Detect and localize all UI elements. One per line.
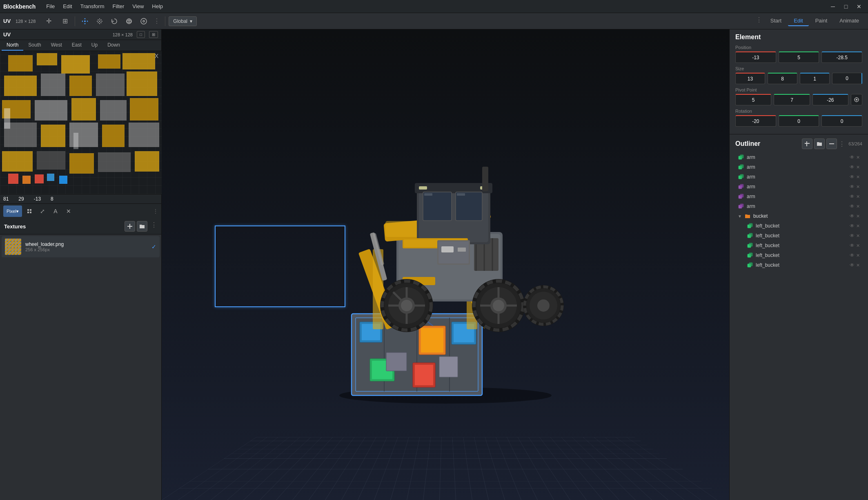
uv-tab-up[interactable]: Up [87, 40, 102, 51]
tool-fill[interactable] [24, 205, 35, 217]
global-dropdown[interactable]: Global ▾ [169, 16, 197, 26]
remove-icon[interactable]: ✕ [856, 214, 860, 219]
uv-tab-east[interactable]: East [67, 40, 87, 51]
outliner-add-cube-btn[interactable] [802, 138, 812, 149]
outliner-item-left-bucket-4[interactable]: left_bucket 👁 ✕ [735, 250, 862, 260]
visibility-icon[interactable]: 👁 [850, 164, 855, 170]
size-z[interactable]: 1 [800, 73, 830, 84]
outliner-add-group-btn[interactable] [814, 138, 825, 149]
remove-icon[interactable]: ✕ [856, 204, 860, 209]
visibility-icon[interactable]: 👁 [850, 243, 855, 248]
position-y[interactable]: 5 [779, 51, 819, 63]
pivot-focus-btn[interactable] [851, 94, 862, 105]
menu-help[interactable]: Help [148, 2, 167, 11]
add-texture-btn[interactable] [125, 221, 135, 232]
outliner-item-arm-4[interactable]: arm 👁 ✕ [735, 182, 862, 192]
menu-edit[interactable]: Edit [59, 2, 76, 11]
size-btn-2[interactable]: ⊞ [58, 15, 71, 28]
outliner-item-left-bucket-1[interactable]: left_bucket 👁 ✕ [735, 221, 862, 231]
outliner-item-bucket[interactable]: ▼ bucket 👁 ✕ [735, 211, 862, 221]
pivot-z[interactable]: -26 [812, 94, 848, 105]
outliner-dots[interactable]: ⋮ [839, 140, 845, 148]
visibility-icon[interactable]: 👁 [850, 213, 855, 219]
minimize-button[interactable]: ─ [827, 2, 839, 11]
visibility-icon[interactable]: 👁 [850, 252, 855, 258]
tool-rotate[interactable] [108, 15, 121, 28]
rotation-z[interactable]: 0 [821, 115, 862, 127]
tool-pan[interactable] [137, 15, 150, 28]
rotation-y[interactable]: 0 [779, 115, 819, 127]
visibility-icon[interactable]: 👁 [850, 194, 855, 199]
uv-tools-more[interactable]: ⋮ [153, 208, 158, 214]
outliner-item-left-bucket-2[interactable]: left_bucket 👁 ✕ [735, 231, 862, 241]
tool-orbit[interactable] [122, 15, 136, 28]
tab-edit[interactable]: Edit [788, 16, 808, 26]
tab-start[interactable]: Start [765, 16, 787, 26]
remove-icon[interactable]: ✕ [856, 243, 860, 248]
menu-transform[interactable]: Transform [76, 2, 109, 11]
uv-tab-west[interactable]: West [46, 40, 67, 51]
remove-icon[interactable]: ✕ [856, 223, 860, 229]
visibility-icon[interactable]: 👁 [850, 203, 855, 209]
tab-paint[interactable]: Paint [810, 16, 833, 26]
visibility-icon[interactable]: 👁 [850, 233, 855, 239]
texture-name: wheel_loader.png [25, 241, 147, 247]
textures-more[interactable]: ⋮ [151, 221, 157, 232]
outliner-item-left-bucket-3[interactable]: left_bucket 👁 ✕ [735, 241, 862, 250]
menu-file[interactable]: File [42, 2, 59, 11]
tool-expand[interactable]: ⤢ [37, 205, 48, 217]
maximize-button[interactable]: □ [840, 2, 852, 11]
size-y[interactable]: 8 [768, 73, 797, 84]
close-button[interactable]: ✕ [853, 2, 865, 11]
visibility-icon[interactable]: 👁 [850, 174, 855, 180]
visibility-icon[interactable]: 👁 [850, 184, 855, 190]
texture-item[interactable]: wheel_loader.png 256 x 256px ✓ [2, 236, 160, 257]
menu-view[interactable]: View [128, 2, 148, 11]
tool-translate[interactable] [93, 15, 106, 28]
visibility-icon[interactable]: 👁 [850, 223, 855, 229]
size-x[interactable]: 13 [735, 73, 765, 84]
outliner-item-left-bucket-5[interactable]: left_bucket 👁 ✕ [735, 260, 862, 270]
mode-dots[interactable]: ⋮ [754, 16, 764, 26]
add-texture-folder-btn[interactable] [137, 221, 147, 232]
remove-icon[interactable]: ✕ [856, 184, 860, 190]
toolbar-more[interactable]: ⋮ [152, 17, 162, 25]
rotation-label: Rotation [735, 109, 862, 114]
outliner-label: left_bucket [756, 262, 847, 268]
visibility-icon[interactable]: 👁 [850, 154, 855, 160]
viewport[interactable] [162, 29, 729, 500]
remove-icon[interactable]: ✕ [856, 194, 860, 199]
uv-tab-north[interactable]: North [2, 40, 23, 51]
remove-icon[interactable]: ✕ [856, 155, 860, 160]
outliner-item-arm-6[interactable]: arm 👁 ✕ [735, 201, 862, 211]
size-btn-1[interactable]: ✛ [42, 15, 55, 28]
remove-icon[interactable]: ✕ [856, 165, 860, 170]
uv-tab-down[interactable]: Down [102, 40, 125, 51]
remove-icon[interactable]: ✕ [856, 263, 860, 268]
remove-icon[interactable]: ✕ [856, 253, 860, 258]
remove-icon[interactable]: ✕ [856, 233, 860, 239]
uv-close-btn[interactable]: X [155, 53, 158, 59]
remove-icon[interactable]: ✕ [856, 174, 860, 180]
position-z[interactable]: -28.5 [821, 51, 862, 63]
tool-move[interactable] [78, 15, 91, 28]
outliner-item-arm-5[interactable]: arm 👁 ✕ [735, 192, 862, 201]
pivot-y[interactable]: 7 [774, 94, 810, 105]
tool-pixel[interactable]: Pixel▾ [3, 205, 22, 217]
size-w[interactable]: 0 [832, 73, 862, 84]
outliner-remove-btn[interactable] [826, 138, 837, 149]
position-x[interactable]: -13 [735, 51, 776, 63]
uv-size-btn-grid[interactable]: ⊞ [149, 31, 158, 38]
outliner-item-arm-3[interactable]: arm 👁 ✕ [735, 172, 862, 182]
pivot-x[interactable]: 5 [735, 94, 771, 105]
uv-tab-south[interactable]: South [23, 40, 46, 51]
tool-text[interactable]: A [50, 205, 61, 217]
outliner-item-arm-2[interactable]: arm 👁 ✕ [735, 162, 862, 172]
tool-clear[interactable]: ✕ [63, 205, 74, 217]
rotation-x[interactable]: -20 [735, 115, 776, 127]
outliner-item-arm-1[interactable]: arm 👁 ✕ [735, 152, 862, 162]
visibility-icon[interactable]: 👁 [850, 262, 855, 268]
menu-filter[interactable]: Filter [108, 2, 128, 11]
uv-size-btn-square[interactable]: □ [137, 31, 145, 38]
tab-animate[interactable]: Animate [834, 16, 865, 26]
